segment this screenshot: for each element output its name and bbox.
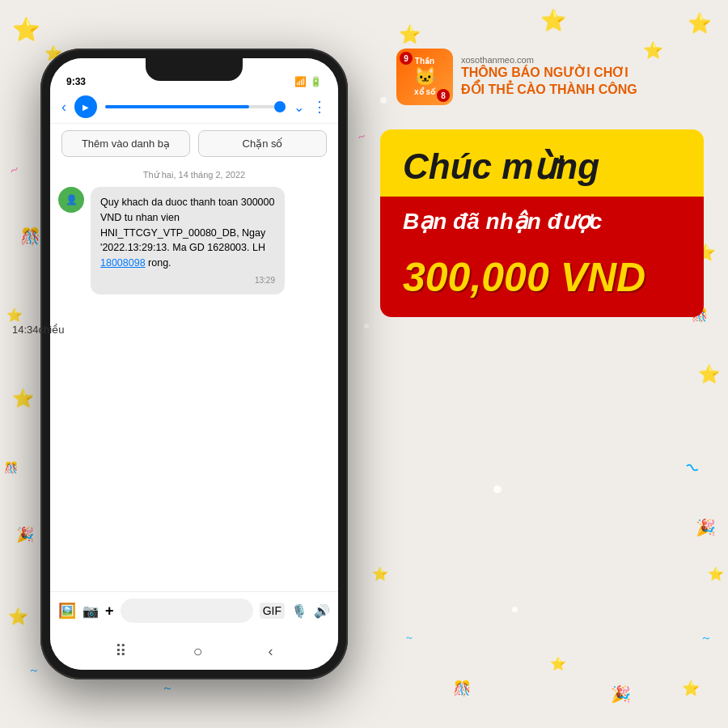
confetti-decoration: 🎊 [453,679,471,697]
confetti-decoration: 🎉 [16,526,34,544]
wifi-icon: 📶 [294,76,307,87]
audio-progress-bar[interactable] [105,105,286,108]
star-decoration: ⭐ [8,607,28,626]
home-icon[interactable]: ○ [193,642,202,661]
confetti-decoration: ～ [404,631,414,645]
star-decoration: ⭐ [12,388,34,409]
congrats-yellow-bg: Chúc mừng [380,129,704,197]
badge-8: 8 [437,89,450,102]
confetti-decoration: 🎉 [696,518,716,537]
phone-link[interactable]: 18008098 [100,257,146,269]
progress-fill [105,105,249,108]
star-decoration: ⭐ [688,12,712,35]
sound-icon[interactable]: 🔊 [314,603,330,619]
site-label: xosothanmeo.com [461,55,637,65]
mic-icon[interactable]: 🎙️ [291,603,307,619]
more-options-icon[interactable]: ⋮ [312,98,327,116]
message-bubble: Quy khach da duoc thanh toan 300000 VND … [91,187,285,294]
confetti-decoration: ～ [28,663,40,678]
avatar-icon: 👤 [66,194,78,205]
time-overlay-label: 14:34chiều [12,324,64,336]
block-number-button[interactable]: Chặn số [198,130,327,157]
confetti-decoration: ～ [5,159,24,180]
message-row: 👤 Quy khach da duoc thanh toan 300000 VN… [58,187,330,294]
congrats-subtitle: Bạn đã nhận được [403,208,681,235]
star-decoration: ⭐ [12,16,40,43]
action-buttons-row: Thêm vào danh bạ Chặn số [50,124,338,163]
right-side-content: Thần 🐱 xổ số 9 8 xosothanmeo.com THÔNG B… [380,49,704,317]
confetti-decoration: ～ [677,450,709,485]
message-text: Quy khach da duoc thanh toan 300000 VND … [100,197,274,253]
dot-decoration [364,324,369,328]
image-icon[interactable]: 🖼️ [58,602,76,620]
star-decoration: ⭐ [372,566,388,582]
star-decoration: ⭐ [682,679,700,697]
phone-notch [146,58,243,81]
star-decoration: ⭐ [399,24,421,45]
progress-dot [274,101,286,112]
congrats-red-bg: Bạn đã nhận được [380,197,704,246]
back-nav-icon[interactable]: ‹ [269,643,273,660]
message-header: ‹ ▶ ⌄ ⋮ [50,91,338,124]
date-separator: Thứ hai, 14 tháng 2, 2022 [50,163,338,187]
phone-outer: 9:33 📶 🔋 ‹ ▶ ⌄ ⋮ Thêm vào danh bạ [40,49,348,679]
battery-icon: 🔋 [310,76,322,87]
navigation-bar: ⠿ ○ ‹ [50,633,338,670]
dot-decoration [493,485,502,493]
camera-icon[interactable]: 📷 [83,603,99,619]
chevron-down-icon[interactable]: ⌄ [294,99,304,115]
status-time: 9:33 [66,76,86,87]
brand-icon: Thần 🐱 xổ số 9 8 [396,49,453,105]
star-decoration: ⭐ [540,8,566,33]
phone-screen: 9:33 📶 🔋 ‹ ▶ ⌄ ⋮ Thêm vào danh bạ [50,58,338,670]
add-icon[interactable]: + [105,603,114,620]
text-input[interactable] [121,599,253,623]
star-decoration: ⭐ [550,656,566,671]
confetti-decoration: 🎊 [4,461,18,474]
star-decoration: ⭐ [698,364,720,385]
confetti-decoration: 🎉 [611,684,631,704]
confetti-decoration: 🎊 [20,226,40,246]
congratulations-block: Chúc mừng Bạn đã nhận được 300,000 VND [380,129,704,317]
notification-text: xosothanmeo.com THÔNG BÁO NGƯỜI CHƠI ĐỔI… [461,55,637,99]
message-text-end: rong. [146,257,171,269]
confetti-decoration: ～ [162,681,173,696]
message-time: 13:29 [100,274,275,286]
message-area: 👤 Quy khach da duoc thanh toan 300000 VN… [50,187,338,294]
star-decoration: ⭐ [6,307,23,323]
notification-title-line1: THÔNG BÁO NGƯỜI CHƠI [461,65,637,82]
sender-avatar: 👤 [58,187,84,213]
input-area: 🖼️ 📷 + GIF 🎙️ 🔊 [50,591,338,629]
congrats-amount-bg: 300,000 VND [380,246,704,317]
notification-title-line2: ĐỔI THẺ CÀO THÀNH CÔNG [461,82,637,99]
notification-banner: Thần 🐱 xổ số 9 8 xosothanmeo.com THÔNG B… [396,49,704,105]
confetti-decoration: ～ [353,128,369,146]
status-icons: 📶 🔋 [294,76,322,87]
phone-mockup: 14:34chiều 9:33 📶 🔋 ‹ ▶ ⌄ [40,49,348,679]
confetti-decoration: ～ [700,631,712,645]
back-button[interactable]: ‹ [61,99,66,116]
star-decoration: ⭐ [708,566,724,582]
badge-9: 9 [400,52,413,65]
congrats-title: Chúc mừng [403,146,681,187]
gif-icon[interactable]: GIF [260,603,285,619]
add-contact-button[interactable]: Thêm vào danh bạ [61,130,190,157]
congrats-amount: 300,000 VND [403,254,681,301]
apps-icon[interactable]: ⠿ [115,641,127,661]
dot-decoration [512,607,518,612]
play-button[interactable]: ▶ [74,95,97,118]
